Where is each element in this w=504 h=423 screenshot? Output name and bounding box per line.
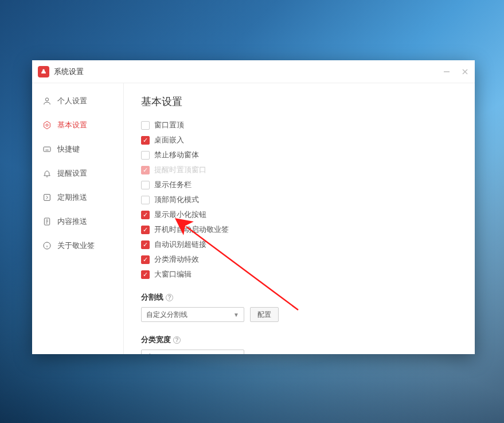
- checkbox[interactable]: [141, 270, 150, 279]
- send-icon: [42, 193, 52, 202]
- sidebar-item-personal[interactable]: 个人设置: [32, 89, 123, 113]
- width-select[interactable]: 小（27px） ▼: [141, 350, 244, 354]
- checkbox-label: 禁止移动窗体: [154, 150, 199, 160]
- checkbox[interactable]: [141, 240, 150, 249]
- checkbox-label: 桌面嵌入: [154, 135, 184, 145]
- checkbox[interactable]: [141, 121, 150, 130]
- checkbox-label: 顶部简化模式: [154, 195, 199, 205]
- sidebar-item-label: 提醒设置: [57, 168, 87, 178]
- divider-section-label: 分割线 ?: [141, 292, 458, 302]
- sidebar-item-label: 基本设置: [57, 120, 87, 130]
- checkbox-row-minbtn: 显示最小化按钮: [141, 209, 458, 220]
- sidebar-item-label: 个人设置: [57, 96, 87, 106]
- checkbox-row-pin: 窗口置顶: [141, 120, 458, 130]
- checkbox[interactable]: [141, 181, 150, 189]
- svg-rect-6: [44, 147, 50, 152]
- sidebar-item-basic[interactable]: 基本设置: [32, 113, 123, 137]
- svg-marker-4: [44, 121, 50, 129]
- chevron-down-icon: ▼: [233, 312, 239, 318]
- checkbox-row-simplify: 顶部简化模式: [141, 195, 458, 205]
- config-button[interactable]: 配置: [250, 307, 279, 322]
- sidebar-item-about[interactable]: 关于敬业签: [32, 234, 123, 258]
- window-title: 系统设置: [54, 67, 84, 77]
- checkbox-label: 开机时自动启动敬业签: [154, 224, 229, 235]
- select-value: 小（27px）: [146, 352, 182, 355]
- checkbox-label: 显示任务栏: [154, 180, 192, 190]
- select-value: 自定义分割线: [146, 310, 187, 320]
- checkbox-row-embed: 桌面嵌入: [141, 135, 458, 145]
- sidebar-item-label: 定期推送: [57, 192, 87, 203]
- info-icon: [42, 241, 52, 250]
- checkbox[interactable]: [141, 151, 150, 160]
- sidebar-item-label: 快捷键: [57, 144, 80, 154]
- checkbox-row-remindtop: 提醒时置顶窗口: [141, 165, 458, 175]
- svg-point-5: [46, 124, 48, 126]
- sidebar-item-shortcut[interactable]: 快捷键: [32, 137, 123, 161]
- checkbox-row-autostart: 开机时自动启动敬业签: [141, 224, 458, 235]
- help-icon[interactable]: ?: [166, 294, 173, 301]
- checkbox-label: 窗口置顶: [154, 120, 184, 130]
- checkbox-row-taskbar: 显示任务栏: [141, 180, 458, 190]
- width-section-label: 分类宽度 ?: [141, 335, 458, 345]
- checkbox: [141, 166, 150, 174]
- chevron-down-icon: ▼: [233, 354, 239, 355]
- sidebar-item-reminder[interactable]: 提醒设置: [32, 161, 123, 185]
- checkbox-label: 提醒时置顶窗口: [154, 165, 206, 175]
- checkbox[interactable]: [141, 226, 150, 234]
- keyboard-icon: [42, 145, 52, 154]
- checkbox[interactable]: [141, 255, 150, 264]
- user-icon: [42, 96, 52, 106]
- checkbox-row-bigedit: 大窗口编辑: [141, 269, 458, 280]
- window-controls: [443, 68, 469, 76]
- checkbox-label: 分类滑动特效: [154, 254, 199, 265]
- sidebar-item-schedule[interactable]: 定期推送: [32, 185, 123, 209]
- sidebar-item-content[interactable]: 内容推送: [32, 209, 123, 234]
- sidebar: 个人设置 基本设置 快捷键 提醒设置 定期推送 内容推送: [32, 83, 124, 354]
- settings-window: 系统设置 个人设置 基本设置 快捷键: [32, 60, 475, 354]
- checkbox-row-slide: 分类滑动特效: [141, 254, 458, 265]
- bell-icon: [42, 169, 52, 178]
- content-panel: 基本设置 窗口置顶 桌面嵌入 禁止移动窗体 提醒时置顶窗口 显示任务栏: [124, 83, 475, 354]
- sidebar-item-label: 内容推送: [57, 216, 87, 227]
- divider-select[interactable]: 自定义分割线 ▼: [141, 307, 244, 322]
- svg-point-3: [45, 98, 48, 101]
- gear-icon: [42, 121, 52, 130]
- checkbox[interactable]: [141, 211, 150, 219]
- minimize-button[interactable]: [443, 68, 451, 76]
- page-title: 基本设置: [141, 95, 458, 108]
- checkbox[interactable]: [141, 196, 150, 204]
- checkbox-label: 显示最小化按钮: [154, 209, 206, 220]
- doc-icon: [42, 217, 52, 226]
- app-icon: [38, 66, 49, 77]
- checkbox-label: 大窗口编辑: [154, 269, 192, 280]
- checkbox-row-lockmove: 禁止移动窗体: [141, 150, 458, 160]
- help-icon[interactable]: ?: [173, 336, 181, 344]
- checkbox-row-hyperlink: 自动识别超链接: [141, 239, 458, 250]
- titlebar: 系统设置: [32, 60, 475, 83]
- close-button[interactable]: [461, 68, 469, 76]
- checkbox-label: 自动识别超链接: [154, 239, 206, 250]
- checkbox[interactable]: [141, 136, 150, 145]
- svg-rect-12: [44, 195, 50, 201]
- sidebar-item-label: 关于敬业签: [57, 240, 95, 251]
